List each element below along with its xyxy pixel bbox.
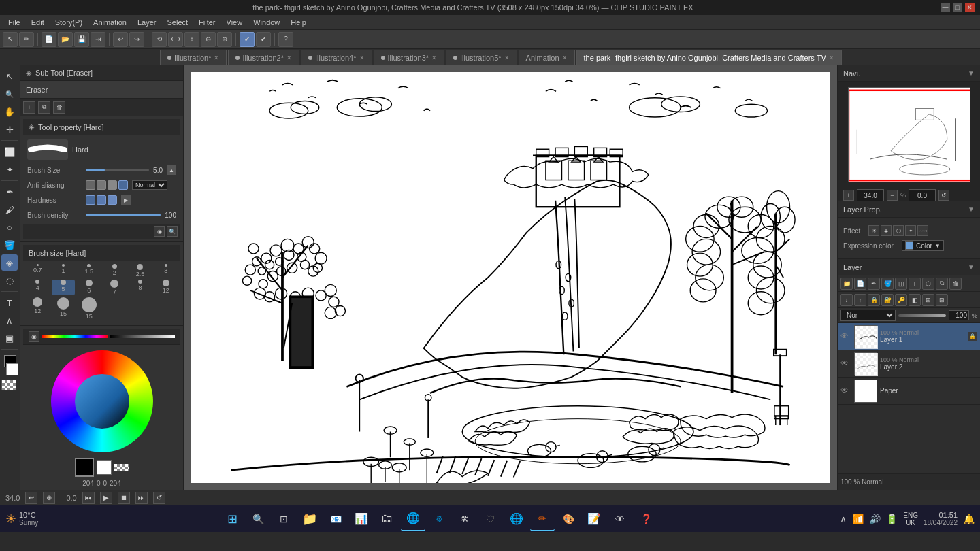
tb-open[interactable]: 📂 [58, 32, 73, 47]
canvas-area[interactable] [184, 65, 837, 490]
opacity-slider[interactable] [898, 314, 947, 317]
layer-panel-collapse[interactable]: ▼ [968, 263, 975, 271]
size-7[interactable]: 7 [103, 280, 127, 295]
maximize-button[interactable]: □ [953, 3, 962, 12]
menu-window[interactable]: Window [248, 17, 285, 28]
tb-pen[interactable]: ✏ [19, 32, 34, 47]
sys-network[interactable]: 📶 [852, 514, 864, 524]
layer-tb-new-vector[interactable]: ✒ [868, 278, 880, 290]
vector-tool[interactable]: ∧ [1, 312, 18, 329]
rotation-field[interactable] [909, 189, 936, 201]
layer-tb-lock3[interactable]: 🔑 [895, 294, 907, 306]
canvas-zoom-fit[interactable]: ⊕ [43, 492, 55, 504]
app-security[interactable]: 🛡 [478, 507, 503, 531]
tb-transform[interactable]: ⟲ [152, 32, 167, 47]
tb-export[interactable]: ⇥ [91, 32, 105, 47]
hand-tool[interactable]: ✋ [1, 103, 18, 120]
app-clip[interactable]: ✏ [530, 507, 555, 531]
taskbar-clock[interactable]: 01:51 18/04/2022 [924, 511, 958, 527]
menu-edit[interactable]: Edit [26, 17, 50, 28]
delete-brush-btn[interactable]: 🗑 [53, 101, 65, 114]
select-tool[interactable]: ↖ [1, 68, 18, 84]
layer-prop-collapse[interactable]: ▼ [968, 205, 975, 213]
auto-select[interactable]: ✦ [1, 161, 18, 178]
tab-close-5[interactable]: ✕ [504, 54, 510, 61]
aa-option1[interactable] [86, 180, 95, 190]
rotate-btn[interactable]: ↺ [938, 190, 949, 201]
menu-layer[interactable]: Layer [132, 17, 162, 28]
layer-tb-lock2[interactable]: 🔐 [881, 294, 894, 306]
brush-size-inc[interactable]: ▲ [167, 165, 176, 175]
menu-help[interactable]: Help [285, 17, 312, 28]
tb-save[interactable]: 💾 [74, 32, 89, 47]
transparent-swatch[interactable] [114, 464, 129, 471]
zoom-field[interactable] [857, 189, 884, 201]
layer-tb-new-folder[interactable]: 📁 [840, 278, 853, 290]
eraser-tool[interactable]: ◈ [1, 254, 18, 271]
minimize-button[interactable]: — [941, 3, 950, 12]
layer-tb-move-up[interactable]: ↑ [854, 294, 866, 306]
app-creative[interactable]: 🎨 [556, 507, 581, 531]
tab-close-7[interactable]: ✕ [829, 54, 834, 61]
canvas-rotate-left[interactable]: ↩ [25, 492, 37, 504]
size-15b[interactable]: 15 [77, 297, 101, 320]
layer-tb-flatten[interactable]: ⊟ [936, 294, 948, 306]
zoom-tool[interactable]: 🔍 [1, 86, 18, 102]
tb-flip-h[interactable]: ⟷ [168, 32, 183, 47]
transparent-color[interactable] [1, 380, 16, 390]
tab-close-4[interactable]: ✕ [431, 54, 437, 61]
menu-file[interactable]: File [3, 17, 26, 28]
app-explorer[interactable]: 📁 [297, 507, 322, 531]
menu-story[interactable]: Story(P) [50, 17, 88, 28]
app-powerpoint[interactable]: 📊 [349, 507, 374, 531]
tab-illustration2[interactable]: Illustration2* ✕ [228, 50, 299, 65]
figure-tool[interactable]: ▣ [1, 330, 18, 346]
hardness-opt3[interactable] [108, 195, 117, 205]
app-help[interactable]: ❓ [634, 507, 658, 531]
layer-tb-mask[interactable]: ◧ [909, 294, 921, 306]
density-slider[interactable] [86, 214, 161, 216]
size-15a[interactable]: 15 [52, 297, 76, 320]
tb-brush-active[interactable]: ✔ [240, 32, 255, 47]
sys-battery[interactable]: 🔋 [886, 514, 898, 524]
layer-tb-new-tone[interactable]: ◫ [895, 278, 907, 290]
add-brush-btn[interactable]: + [23, 101, 35, 114]
hardness-expand[interactable]: ▶ [121, 195, 131, 205]
playback-loop[interactable]: ↺ [153, 492, 165, 504]
color-wheel[interactable] [51, 350, 153, 452]
tb-redo[interactable]: ↪ [129, 32, 144, 47]
task-view-button[interactable]: ⊡ [272, 507, 296, 531]
size-8a[interactable]: 8 [129, 280, 152, 295]
layer-tb-new-raster[interactable]: 📄 [854, 278, 866, 290]
size-12b[interactable]: 12 [26, 297, 50, 320]
tool-prop-btn2[interactable]: 🔍 [167, 226, 178, 237]
layer-tb-delete[interactable]: 🗑 [949, 278, 962, 290]
tab-close-1[interactable]: ✕ [214, 54, 219, 61]
pen-tool[interactable]: ✒ [1, 184, 18, 200]
aa-select[interactable]: Normal [132, 180, 167, 190]
background-color-tool[interactable] [6, 363, 18, 375]
layer-tb-new-text[interactable]: T [909, 278, 921, 290]
search-button[interactable]: 🔍 [246, 507, 270, 531]
blur-tool[interactable]: ◌ [1, 272, 18, 288]
paint-bucket[interactable]: 🪣 [1, 237, 18, 253]
layer-tb-move-down[interactable]: ↓ [840, 294, 853, 306]
aa-option3[interactable] [108, 180, 117, 190]
aa-option2[interactable] [97, 180, 106, 190]
tab-close-2[interactable]: ✕ [287, 54, 292, 61]
size-12a[interactable]: 12 [154, 280, 178, 295]
app-chrome[interactable]: 🌐 [504, 507, 529, 531]
brush-size-slider[interactable] [86, 169, 149, 171]
size-1.5[interactable]: 1.5 [77, 264, 101, 278]
tab-close-3[interactable]: ✕ [359, 54, 365, 61]
effect-btn2[interactable]: ◈ [881, 225, 892, 236]
layer-item-1[interactable]: 👁 100 % Normal Layer 1 🔒 [838, 323, 980, 350]
tab-illustration4[interactable]: Illustration4* ✕ [301, 50, 372, 65]
color-picker-btn[interactable]: ◉ [29, 331, 39, 342]
nav-thumbnail[interactable] [848, 87, 970, 182]
tab-illustration3[interactable]: Illustration3* ✕ [374, 50, 445, 65]
opacity-input[interactable] [949, 310, 969, 320]
tb-cursor[interactable]: ↖ [3, 32, 18, 47]
layer-item-paper[interactable]: 👁 Paper [838, 378, 980, 405]
size-1[interactable]: 1 [52, 264, 76, 278]
